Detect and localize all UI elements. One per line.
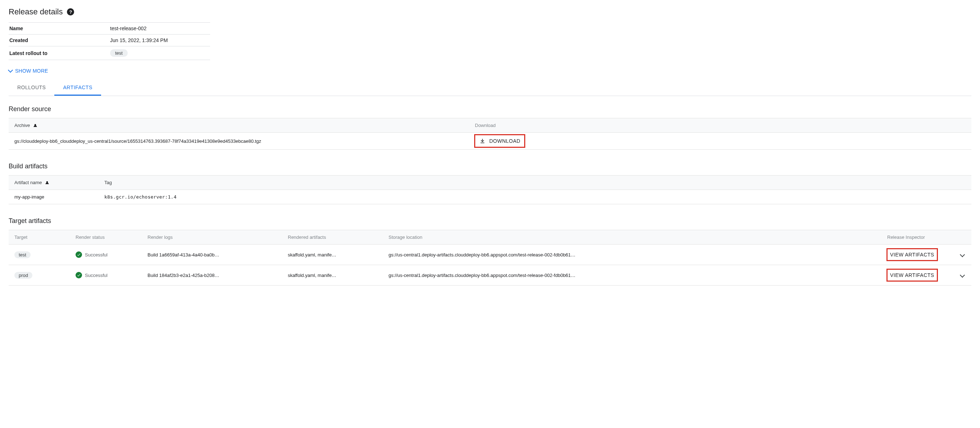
column-header-release-inspector: Release Inspector	[881, 230, 953, 245]
section-title: Build artifacts	[9, 162, 971, 170]
view-artifacts-button[interactable]: VIEW ARTIFACTS	[887, 269, 937, 281]
details-row-latest-rollout: Latest rollout to test	[9, 46, 210, 60]
success-icon	[76, 272, 82, 278]
details-value: Jun 15, 2022, 1:39:24 PM	[109, 35, 210, 46]
section-title: Render source	[9, 105, 971, 113]
success-icon	[76, 251, 82, 258]
render-source-table: Archive Download gs://clouddeploy-bb6_cl…	[9, 118, 971, 150]
page-title: Release details	[9, 7, 63, 16]
table-row: gs://clouddeploy-bb6_clouddeploy_us-cent…	[9, 133, 971, 150]
column-header-expand	[953, 230, 971, 245]
details-label: Name	[9, 23, 109, 35]
sort-ascending-icon	[33, 124, 37, 127]
details-value: test-release-002	[109, 23, 210, 35]
column-header-label: Archive	[14, 123, 30, 128]
download-icon	[479, 138, 486, 144]
render-logs: Build 1a6659af-413a-4a40-ba0b…	[148, 252, 276, 258]
details-row-created: Created Jun 15, 2022, 1:39:24 PM	[9, 35, 210, 46]
render-status: Successful	[76, 272, 136, 278]
status-label: Successful	[85, 273, 108, 278]
details-label: Latest rollout to	[9, 46, 109, 60]
tab-artifacts[interactable]: ARTIFACTS	[54, 80, 101, 95]
rendered-artifacts: skaffold.yaml, manife…	[288, 273, 377, 278]
column-header-archive[interactable]: Archive	[9, 118, 469, 133]
storage-location: gs://us-central1.deploy-artifacts.cloudd…	[388, 273, 876, 278]
download-button[interactable]: DOWNLOAD	[475, 135, 525, 147]
expand-row-icon[interactable]	[960, 272, 965, 277]
artifact-tag: k8s.gcr.io/echoserver:1.4	[99, 190, 971, 204]
column-header-render-status: Render status	[70, 230, 142, 245]
status-label: Successful	[85, 252, 108, 258]
chevron-down-icon	[8, 68, 13, 73]
details-label: Created	[9, 35, 109, 46]
table-row: test Successful Build 1a6659af-413a-4a40…	[9, 245, 971, 265]
column-header-artifact-name[interactable]: Artifact name	[9, 175, 99, 190]
release-details-table: Name test-release-002 Created Jun 15, 20…	[9, 22, 210, 60]
target-artifacts-section: Target artifacts Target Render status Re…	[9, 217, 971, 286]
target-chip: test	[14, 251, 30, 258]
column-header-download: Download	[469, 118, 971, 133]
details-row-name: Name test-release-002	[9, 23, 210, 35]
artifact-name: my-app-image	[9, 190, 99, 204]
render-logs: Build 184af2b3-e2a1-425a-b208…	[148, 273, 276, 278]
view-artifacts-button[interactable]: VIEW ARTIFACTS	[887, 249, 937, 260]
build-artifacts-table: Artifact name Tag my-app-image k8s.gcr.i…	[9, 175, 971, 204]
rollout-target-chip: test	[110, 49, 128, 57]
table-row: prod Successful Build 184af2b3-e2a1-425a…	[9, 265, 971, 286]
build-artifacts-section: Build artifacts Artifact name Tag my-app…	[9, 162, 971, 204]
section-title: Target artifacts	[9, 217, 971, 225]
target-chip: prod	[14, 272, 32, 279]
page-header: Release details ?	[9, 7, 971, 16]
column-header-storage-location: Storage location	[383, 230, 881, 245]
column-header-label: Artifact name	[14, 180, 42, 185]
column-header-target: Target	[9, 230, 70, 245]
download-cell: DOWNLOAD	[469, 133, 971, 150]
target-artifacts-table: Target Render status Render logs Rendere…	[9, 230, 971, 286]
archive-path: gs://clouddeploy-bb6_clouddeploy_us-cent…	[9, 133, 469, 150]
details-value: test	[109, 46, 210, 60]
render-status: Successful	[76, 251, 136, 258]
show-more-button[interactable]: SHOW MORE	[9, 64, 48, 80]
column-header-tag: Tag	[99, 175, 971, 190]
expand-row-icon[interactable]	[960, 252, 965, 257]
show-more-label: SHOW MORE	[15, 68, 48, 74]
column-header-render-logs: Render logs	[142, 230, 282, 245]
rendered-artifacts: skaffold.yaml, manife…	[288, 252, 377, 258]
render-source-section: Render source Archive Download gs://clou…	[9, 105, 971, 150]
column-header-rendered-artifacts: Rendered artifacts	[282, 230, 383, 245]
storage-location: gs://us-central1.deploy-artifacts.cloudd…	[388, 252, 876, 258]
help-icon[interactable]: ?	[67, 8, 74, 16]
download-label: DOWNLOAD	[489, 138, 520, 144]
table-row: my-app-image k8s.gcr.io/echoserver:1.4	[9, 190, 971, 204]
sort-ascending-icon	[45, 181, 49, 184]
tab-rollouts[interactable]: ROLLOUTS	[9, 80, 54, 95]
tabs: ROLLOUTS ARTIFACTS	[9, 80, 971, 96]
